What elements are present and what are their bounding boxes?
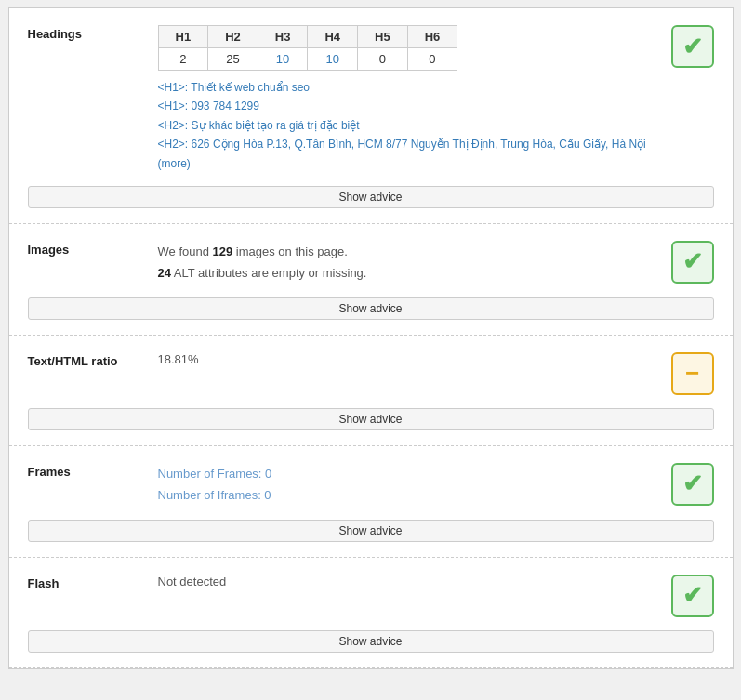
frames-title: Frames xyxy=(28,463,158,479)
checkmark-icon xyxy=(682,33,703,61)
minus-icon xyxy=(685,359,699,388)
headings-content: H1 H2 H3 H4 H5 H6 2 25 10 xyxy=(158,25,671,173)
headings-title: Headings xyxy=(28,25,158,41)
h2-value: 25 xyxy=(208,48,258,71)
frames-content: Number of Frames: 0 Number of Iframes: 0 xyxy=(158,463,671,507)
frames-line1: Number of Frames: 0 xyxy=(158,463,662,484)
flash-show-advice-button[interactable]: Show advice xyxy=(28,630,714,653)
alt-text-post: ALT attributes are empty or missing. xyxy=(171,266,367,280)
images-text-pre1: We found xyxy=(158,244,213,258)
h3-header: H3 xyxy=(258,26,308,48)
headings-more-link[interactable]: (more) xyxy=(158,157,191,170)
headings-item-0: <H1>: Thiết kế web chuẩn seo xyxy=(158,81,311,94)
frames-line2: Number of Iframes: 0 xyxy=(158,484,662,506)
headings-header: Headings H1 H2 H3 H4 H5 H6 xyxy=(28,25,714,173)
headings-item-3: <H2>: 626 Cộng Hòa P.13, Q.Tân Bình, HCM… xyxy=(158,138,646,151)
text-html-status-icon xyxy=(671,352,714,395)
frames-show-advice-button[interactable]: Show advice xyxy=(28,520,714,542)
images-status-icon xyxy=(671,241,714,284)
headings-list: <H1>: Thiết kế web chuẩn seo <H1>: 093 7… xyxy=(158,78,662,173)
flash-content: Not detected xyxy=(158,575,671,588)
images-line1: We found 129 images on this page. xyxy=(158,241,662,262)
h2-header: H2 xyxy=(208,26,258,48)
headings-item-1: <H1>: 093 784 1299 xyxy=(158,99,259,112)
flash-section: Flash Not detected Show advice xyxy=(9,558,733,668)
h1-value: 2 xyxy=(158,48,208,71)
h6-value: 0 xyxy=(407,48,457,71)
images-line2: 24 ALT attributes are empty or missing. xyxy=(158,262,662,284)
ratio-value: 18.81% xyxy=(158,352,662,366)
frames-status-icon xyxy=(671,463,714,506)
checkmark-icon xyxy=(682,581,703,610)
alt-count: 24 xyxy=(158,266,171,280)
text-html-title: Text/HTML ratio xyxy=(28,352,158,368)
text-html-content: 18.81% xyxy=(158,352,671,366)
frames-section: Frames Number of Frames: 0 Number of Ifr… xyxy=(9,446,733,558)
checkmark-icon xyxy=(682,469,703,498)
main-container: Headings H1 H2 H3 H4 H5 H6 xyxy=(8,7,734,669)
flash-title: Flash xyxy=(28,575,158,590)
h1-header: H1 xyxy=(158,26,208,48)
checkmark-icon xyxy=(682,247,703,276)
images-section: Images We found 129 images on this page.… xyxy=(9,224,733,336)
text-html-show-advice-button[interactable]: Show advice xyxy=(28,408,714,430)
h5-value: 0 xyxy=(358,48,408,71)
h4-value: 10 xyxy=(308,48,358,71)
text-html-section: Text/HTML ratio 18.81% Show advice xyxy=(9,336,733,446)
h6-header: H6 xyxy=(407,26,457,48)
h4-header: H4 xyxy=(308,26,358,48)
images-show-advice-button[interactable]: Show advice xyxy=(28,297,714,320)
frames-header: Frames Number of Frames: 0 Number of Ifr… xyxy=(28,463,714,507)
flash-value: Not detected xyxy=(158,575,662,588)
headings-section: Headings H1 H2 H3 H4 H5 H6 xyxy=(9,8,733,224)
flash-status-icon xyxy=(671,575,714,617)
images-header: Images We found 129 images on this page.… xyxy=(28,241,714,284)
images-title: Images xyxy=(28,241,158,257)
text-html-header: Text/HTML ratio 18.81% xyxy=(28,352,714,395)
headings-status-icon xyxy=(671,25,714,68)
images-text-post1: images on this page. xyxy=(232,244,348,258)
flash-header: Flash Not detected xyxy=(28,575,714,617)
images-content: We found 129 images on this page. 24 ALT… xyxy=(158,241,671,284)
h5-header: H5 xyxy=(358,26,408,48)
headings-item-2: <H2>: Sự khác biệt tạo ra giá trị đặc bi… xyxy=(158,119,360,132)
h3-value: 10 xyxy=(258,48,308,71)
images-count: 129 xyxy=(213,244,233,258)
headings-show-advice-button[interactable]: Show advice xyxy=(28,186,714,208)
headings-table: H1 H2 H3 H4 H5 H6 2 25 10 xyxy=(158,25,458,71)
